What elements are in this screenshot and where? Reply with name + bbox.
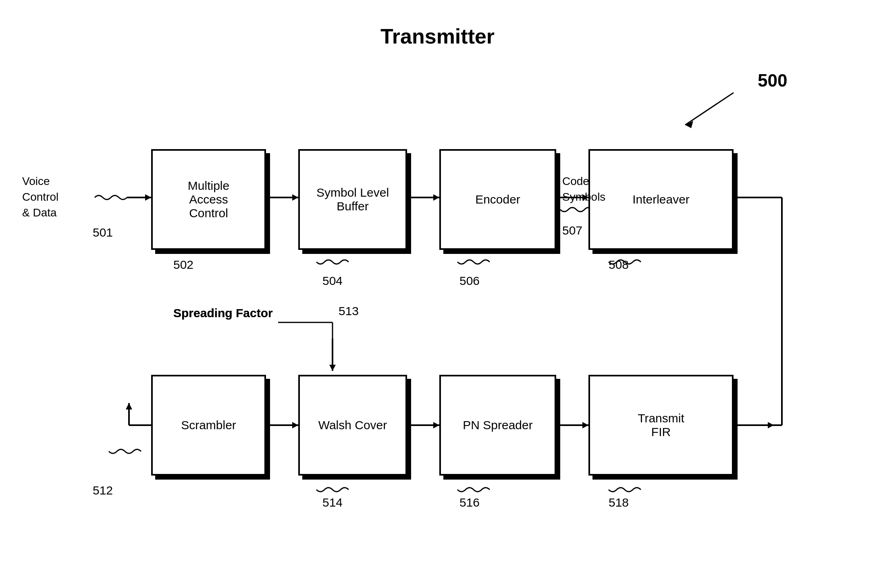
- svg-marker-18: [433, 422, 439, 428]
- svg-marker-16: [292, 422, 298, 428]
- encoder-label: Encoder: [475, 193, 520, 206]
- slb-block: Symbol Level Buffer: [298, 149, 407, 250]
- scrambler-block: Scrambler: [151, 375, 266, 476]
- svg-marker-20: [582, 422, 588, 428]
- scrambler-label: Scrambler: [181, 418, 236, 432]
- ref-518: 518: [609, 496, 629, 509]
- walsh-block: Walsh Cover: [298, 375, 407, 476]
- ref-504: 504: [322, 274, 343, 288]
- ref-507: 507: [562, 224, 582, 237]
- svg-line-0: [685, 93, 734, 125]
- svg-marker-7: [433, 194, 439, 201]
- svg-marker-22: [768, 422, 774, 428]
- svg-marker-14: [126, 403, 132, 409]
- ref-512: 512: [93, 484, 113, 497]
- svg-marker-5: [292, 194, 298, 201]
- interleaver-block: Interleaver: [588, 149, 734, 250]
- page-title: Transmitter: [0, 24, 875, 48]
- ref-508: 508: [609, 258, 629, 272]
- pn-block: PN Spreader: [439, 375, 556, 476]
- ref-514: 514: [322, 496, 343, 509]
- fir-label: Transmit FIR: [638, 411, 684, 439]
- interleaver-label: Interleaver: [632, 193, 690, 206]
- voice-control-label: Voice Control & Data: [22, 173, 58, 221]
- diagram-svg: [0, 0, 875, 588]
- svg-marker-3: [145, 194, 151, 201]
- svg-marker-1: [685, 121, 693, 128]
- spreading-factor-text: Spreading Factor: [173, 306, 273, 320]
- fir-block: Transmit FIR: [588, 375, 734, 476]
- slb-label: Symbol Level Buffer: [316, 186, 389, 213]
- ref-502: 502: [173, 258, 193, 272]
- ref-516: 516: [459, 496, 480, 509]
- mac-label: Multiple Access Control: [188, 179, 229, 220]
- code-symbols-label: Code Symbols: [562, 173, 605, 205]
- ref-500: 500: [758, 71, 787, 91]
- encoder-block: Encoder: [439, 149, 556, 250]
- diagram-container: Transmitter: [0, 0, 875, 588]
- walsh-label: Walsh Cover: [318, 418, 387, 432]
- ref-501: 501: [93, 226, 113, 239]
- ref-506: 506: [459, 274, 480, 288]
- mac-block: Multiple Access Control: [151, 149, 266, 250]
- svg-marker-24: [329, 365, 336, 371]
- pn-label: PN Spreader: [463, 418, 532, 432]
- ref-513: 513: [339, 304, 359, 318]
